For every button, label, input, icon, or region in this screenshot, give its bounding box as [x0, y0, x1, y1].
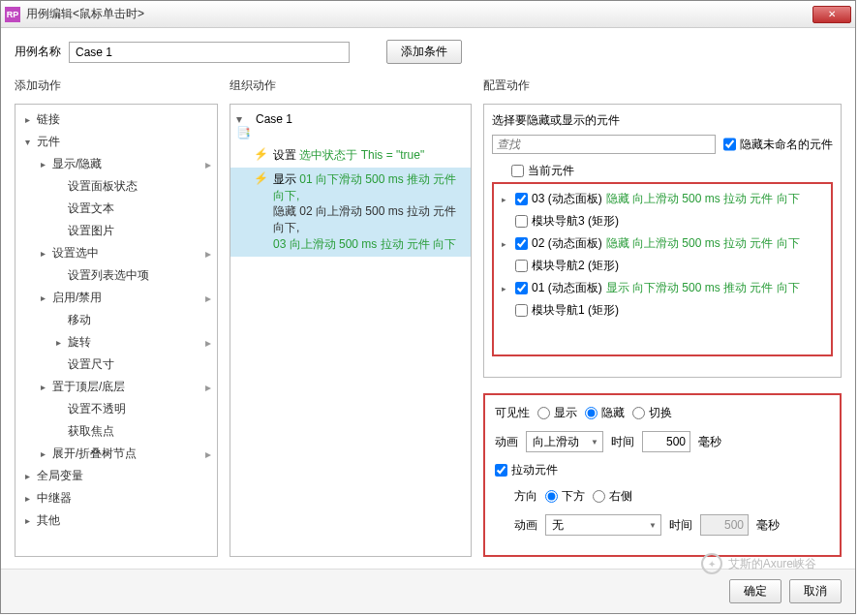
direction-down-radio[interactable]: 下方 — [545, 488, 585, 505]
pull-animation-label: 动画 — [514, 517, 537, 534]
org-set-row[interactable]: ⚡ 设置 选中状态于 This = "true" — [230, 143, 471, 168]
search-elements-input[interactable] — [492, 135, 716, 154]
action-tree-item[interactable]: ▸旋转▸ — [15, 331, 217, 354]
org-show-row[interactable]: ⚡ 显示 01 向下滑动 500 ms 推动 元件 向下,隐藏 02 向上滑动 … — [230, 168, 471, 257]
dialog-title: 用例编辑<鼠标单击时> — [26, 6, 812, 22]
close-button[interactable]: ✕ — [812, 6, 851, 23]
time-input[interactable] — [642, 431, 690, 452]
add-condition-button[interactable]: 添加条件 — [386, 40, 462, 64]
action-tree-item[interactable]: 设置文本 — [15, 198, 217, 220]
select-elements-label: 选择要隐藏或显示的元件 — [492, 112, 833, 129]
action-tree-item[interactable]: ▸展开/折叠树节点▸ — [15, 443, 217, 465]
organize-panel: ▾ 📑 Case 1 ⚡ 设置 选中状态于 This = "true" ⚡ 显示… — [230, 104, 472, 557]
pull-time-label: 时间 — [669, 517, 692, 534]
time-label: 时间 — [611, 434, 634, 450]
direction-label: 方向 — [514, 488, 537, 505]
ok-button[interactable]: 确定 — [729, 579, 781, 603]
action-tree-item[interactable]: ▾元件 — [15, 131, 217, 153]
bolt-icon: ⚡ — [254, 147, 267, 161]
visibility-show-radio[interactable]: 显示 — [537, 405, 577, 421]
element-row[interactable]: ▸ 02 (动态面板) 隐藏 向上滑动 500 ms 拉动 元件 向下 — [498, 232, 827, 255]
action-tree-item[interactable]: 移动 — [15, 309, 217, 331]
bolt-icon: ⚡ — [254, 171, 267, 185]
action-tree-item[interactable]: 设置面板状态 — [15, 175, 217, 198]
case-icon: ▾ 📑 — [236, 112, 250, 139]
action-tree-item[interactable]: 设置不透明 — [15, 398, 217, 420]
action-tree-item[interactable]: ▸链接 — [15, 108, 217, 131]
element-row[interactable]: ▸ 01 (动态面板) 显示 向下滑动 500 ms 推动 元件 向下 — [498, 277, 827, 299]
action-tree-item[interactable]: ▸设置选中▸ — [15, 242, 217, 264]
case-name-input[interactable] — [69, 42, 350, 63]
element-row[interactable]: 模块导航1 (矩形) — [498, 299, 827, 322]
action-tree-item[interactable]: ▸其他 — [15, 509, 217, 532]
action-tree-item[interactable]: 设置列表选中项 — [15, 264, 217, 287]
pull-checkbox[interactable]: 拉动元件 — [495, 462, 558, 478]
org-case-row[interactable]: ▾ 📑 Case 1 — [230, 108, 471, 143]
visibility-label: 可见性 — [495, 405, 530, 421]
animation-label: 动画 — [495, 434, 518, 450]
action-tree-item[interactable]: ▸置于顶层/底层▸ — [15, 376, 217, 398]
element-row[interactable]: ▸ 03 (动态面板) 隐藏 向上滑动 500 ms 拉动 元件 向下 — [498, 188, 827, 210]
current-element-row[interactable]: 当前元件 — [492, 160, 833, 182]
action-tree-item[interactable]: ▸启用/禁用▸ — [15, 287, 217, 309]
organize-action-title: 组织动作 — [230, 77, 472, 98]
direction-right-radio[interactable]: 右侧 — [593, 488, 632, 505]
hide-unnamed-checkbox[interactable]: 隐藏未命名的元件 — [723, 135, 833, 154]
action-tree-item[interactable]: ▸显示/隐藏▸ — [15, 153, 217, 175]
configure-action-title: 配置动作 — [483, 77, 842, 98]
app-icon: RP — [5, 7, 20, 22]
add-action-title: 添加动作 — [15, 77, 218, 98]
pull-animation-select[interactable]: 无 — [545, 514, 661, 536]
action-tree-item[interactable]: 设置图片 — [15, 220, 217, 242]
properties-panel: 可见性 显示 隐藏 切换 动画 向上滑动 时间 毫秒 — [483, 393, 842, 557]
action-tree-item[interactable]: ▸全局变量 — [15, 465, 217, 487]
action-tree-item[interactable]: 获取焦点 — [15, 420, 217, 443]
element-row[interactable]: 模块导航2 (矩形) — [498, 255, 827, 277]
case-name-label: 用例名称 — [15, 44, 61, 60]
animation-select[interactable]: 向上滑动 — [526, 431, 603, 452]
titlebar: RP 用例编辑<鼠标单击时> ✕ — [1, 1, 855, 28]
visibility-toggle-radio[interactable]: 切换 — [632, 405, 672, 421]
cancel-button[interactable]: 取消 — [789, 579, 842, 603]
visibility-hide-radio[interactable]: 隐藏 — [585, 405, 625, 421]
actions-tree[interactable]: ▸链接▾元件▸显示/隐藏▸设置面板状态设置文本设置图片▸设置选中▸设置列表选中项… — [15, 104, 218, 557]
element-row[interactable]: 模块导航3 (矩形) — [498, 210, 827, 232]
action-tree-item[interactable]: 设置尺寸 — [15, 354, 217, 376]
elements-list: ▸ 03 (动态面板) 隐藏 向上滑动 500 ms 拉动 元件 向下 模块导航… — [492, 182, 833, 356]
action-tree-item[interactable]: ▸中继器 — [15, 487, 217, 509]
pull-time-input — [700, 514, 749, 536]
